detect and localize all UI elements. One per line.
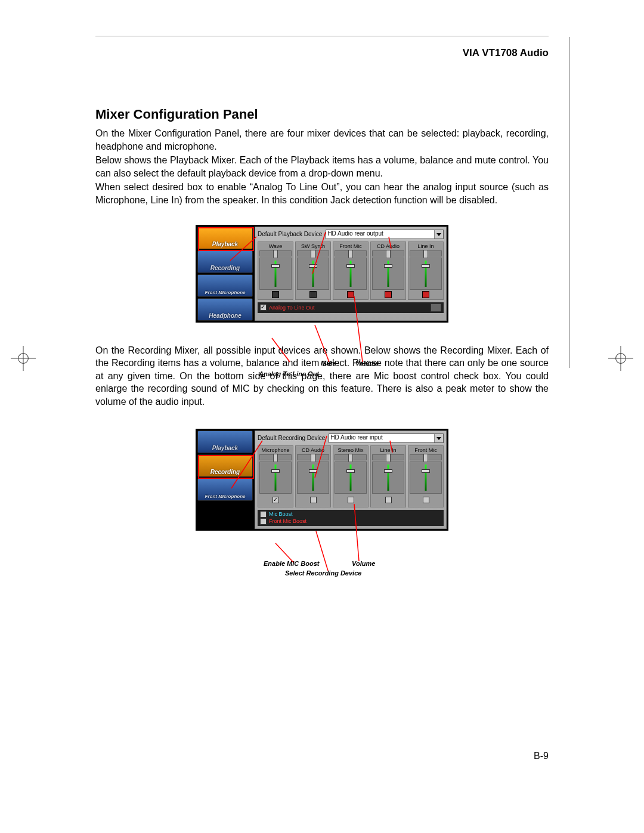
para-3: When select desired box to enable “Analo… — [95, 181, 549, 206]
mixer-main-panel: Default Playback Device HD Audio rear ou… — [255, 227, 447, 321]
sidebar-item-front-mic[interactable]: Front Microphone — [197, 274, 253, 297]
channel-cdaudio-2: CD Audio — [295, 445, 331, 507]
mute-toggle[interactable] — [309, 291, 317, 298]
registration-mark-right — [608, 346, 633, 371]
top-rule — [95, 36, 549, 36]
volume-slider[interactable] — [259, 462, 292, 494]
channel-linein-2: Line In — [370, 445, 406, 507]
registration-mark-left — [11, 346, 36, 371]
volume-slider[interactable] — [335, 462, 367, 494]
select-source-checkbox[interactable] — [385, 497, 392, 503]
mic-boost-label: Mic Boost — [269, 511, 293, 517]
front-mic-boost-label: Front Mic Boost — [269, 518, 306, 524]
channel-swsynth: SW Synth — [295, 241, 331, 300]
select-source-checkbox[interactable] — [310, 497, 317, 503]
bottom-options-2: Mic Boost Front Mic Boost — [258, 510, 444, 526]
section-title: Mixer Configuration Panel — [95, 107, 549, 122]
mic-boost-checkbox[interactable] — [260, 511, 267, 518]
vertical-rule — [569, 37, 570, 368]
channel-frontmic: Front Mic — [333, 241, 369, 300]
select-source-checkbox[interactable] — [273, 497, 279, 503]
para-2: Below shows the Playback Mixer. Each of … — [95, 154, 549, 179]
default-playback-select[interactable]: HD Audio rear output — [326, 230, 444, 239]
mixer-sidebar-2: Playback Recording Front Microphone — [197, 431, 253, 529]
channel-cdaudio: CD Audio — [370, 241, 406, 300]
front-mic-boost-checkbox[interactable] — [260, 518, 267, 525]
volume-slider[interactable] — [297, 258, 329, 290]
select-source-checkbox[interactable] — [423, 497, 429, 503]
volume-slider[interactable] — [410, 462, 442, 494]
callout-select-rec: Select Recording Device — [285, 569, 361, 577]
balance-slider[interactable] — [410, 250, 442, 256]
mixer-main-panel-2: Default Recording Device HD Audio rear i… — [255, 431, 447, 529]
page-number: B-9 — [534, 751, 549, 761]
sidebar-item-recording[interactable]: Recording — [197, 454, 253, 477]
callout-volume-2: Volume — [352, 560, 375, 567]
balance-slider[interactable] — [410, 454, 442, 460]
callout-analog: Analog To Line Out — [259, 370, 319, 377]
balance-slider[interactable] — [297, 454, 329, 460]
balance-slider[interactable] — [372, 454, 404, 460]
sidebar-item-recording[interactable]: Recording — [197, 250, 253, 273]
analog-lineout-label: Analog To Line Out — [269, 305, 314, 311]
mute-toggle[interactable] — [385, 291, 392, 298]
bottom-options: Analog To Line Out — [258, 302, 444, 313]
callout-mute: Mute — [321, 360, 336, 367]
callout-volume-1: Volume — [355, 360, 379, 367]
channel-stereomix: Stereo Mix — [333, 445, 369, 507]
next-page-button[interactable] — [431, 304, 441, 312]
balance-slider[interactable] — [259, 250, 292, 256]
volume-slider[interactable] — [372, 462, 404, 494]
analog-lineout-checkbox[interactable] — [260, 304, 267, 311]
device-label-2: Default Recording Device — [258, 435, 325, 441]
balance-slider[interactable] — [335, 454, 367, 460]
volume-slider[interactable] — [335, 258, 367, 290]
playback-mixer-figure: Playback Control Balance Default Playbac… — [161, 225, 483, 323]
volume-slider[interactable] — [259, 258, 292, 290]
para-4: On the Recording Mixer, all possible inp… — [95, 344, 549, 408]
select-source-checkbox[interactable] — [348, 497, 354, 503]
mute-toggle[interactable] — [347, 291, 354, 298]
balance-slider[interactable] — [372, 250, 404, 256]
channel-frontmic-2: Front Mic — [408, 445, 444, 507]
volume-slider[interactable] — [372, 258, 404, 290]
mixer-sidebar: Playback Recording Front Microphone Head… — [197, 227, 253, 321]
channel-microphone: Microphone — [258, 445, 293, 507]
callout-enable-mic: Enable MIC Boost — [264, 560, 320, 567]
sidebar-item-front-mic[interactable]: Front Microphone — [197, 478, 253, 501]
volume-slider[interactable] — [410, 258, 442, 290]
mute-toggle[interactable] — [422, 291, 429, 298]
mute-toggle[interactable] — [272, 291, 279, 298]
para-1: On the Mixer Configuration Panel, there … — [95, 127, 549, 153]
product-header: VIA VT1708 Audio — [95, 47, 549, 59]
balance-slider[interactable] — [297, 250, 329, 256]
balance-slider[interactable] — [259, 454, 292, 460]
recording-mixer-figure: Recording Control Balance Default Playba… — [161, 429, 483, 531]
balance-slider[interactable] — [335, 250, 367, 256]
volume-slider[interactable] — [297, 462, 329, 494]
sidebar-item-playback[interactable]: Playback — [197, 431, 253, 453]
sidebar-item-headphone[interactable]: Headphone — [197, 298, 253, 321]
device-label: Default Playback Device — [258, 231, 322, 237]
channel-wave: Wave — [258, 241, 293, 300]
channel-linein: Line In — [408, 241, 444, 300]
default-recording-select[interactable]: HD Audio rear input — [329, 433, 444, 443]
sidebar-item-playback[interactable]: Playback — [197, 227, 253, 249]
